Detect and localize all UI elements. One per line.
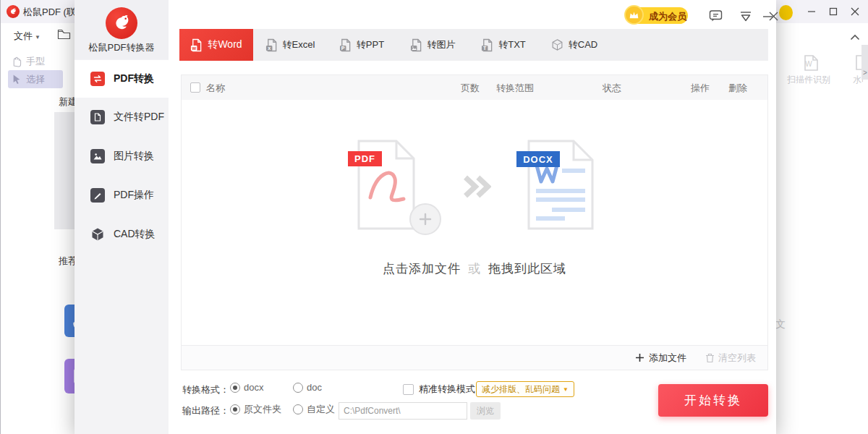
radio-custom-label: 自定义 bbox=[307, 403, 335, 416]
image-convert-icon bbox=[90, 149, 105, 163]
col-delete: 删除 bbox=[716, 82, 760, 95]
sidebar-item-file-to-pdf[interactable]: 文件转PDF bbox=[75, 98, 169, 136]
dialog-close-button[interactable] bbox=[766, 9, 780, 23]
scan-ocr-label[interactable]: 扫描件识别 bbox=[787, 74, 842, 86]
output-path-input[interactable] bbox=[339, 402, 467, 420]
sidebar-item-label: PDF操作 bbox=[114, 189, 154, 202]
radio-dot bbox=[293, 383, 303, 393]
collapse-ribbon-icon[interactable] bbox=[850, 30, 860, 43]
hint-or-text: 或 bbox=[468, 262, 481, 276]
convert-tabstrip: w 转Word x 转Excel P 转PPT 转图片 T 转TXT 转CAD bbox=[179, 29, 768, 61]
radio-source-folder[interactable]: 原文件夹 bbox=[230, 403, 281, 416]
tab-to-cad[interactable]: 转CAD bbox=[538, 29, 610, 61]
tab-to-ppt[interactable]: P 转PPT bbox=[327, 29, 396, 61]
chevron-down-icon: ▼ bbox=[35, 34, 41, 41]
docx-badge: DOCX bbox=[516, 151, 560, 167]
radio-docx[interactable]: docx bbox=[230, 382, 263, 393]
tab-to-txt[interactable]: T 转TXT bbox=[469, 29, 538, 61]
table-header: 名称 页数 转换范围 状态 操作 删除 bbox=[182, 75, 767, 100]
bg-minimize-button[interactable] bbox=[802, 3, 821, 20]
bg-member-crown-icon[interactable] bbox=[779, 5, 793, 20]
cad-convert-icon bbox=[90, 227, 105, 242]
pdf-ops-icon bbox=[90, 188, 105, 203]
col-action: 操作 bbox=[678, 82, 722, 95]
become-member-button[interactable]: 成为会员 bbox=[629, 7, 688, 24]
svg-text:x: x bbox=[268, 46, 271, 51]
sidebar-item-pdf-convert[interactable]: PDF转换 bbox=[75, 60, 169, 98]
sidebar-item-label: 文件转PDF bbox=[114, 111, 164, 124]
cube-icon bbox=[551, 38, 563, 51]
hand-tool[interactable]: 手型 bbox=[11, 55, 45, 68]
radio-custom-folder[interactable]: 自定义 bbox=[293, 403, 335, 416]
become-member-label: 成为会员 bbox=[649, 10, 686, 23]
add-file-plus-icon[interactable] bbox=[409, 203, 441, 235]
sidebar-item-cad-convert[interactable]: CAD转换 bbox=[75, 216, 169, 253]
dropzone-hint[interactable]: 点击添加文件或拖拽到此区域 bbox=[182, 260, 767, 277]
col-name: 名称 bbox=[206, 82, 225, 95]
file-menu[interactable]: 文件▼ bbox=[14, 30, 41, 43]
list-toolbar: 添加文件 清空列表 bbox=[182, 345, 767, 370]
tab-label: 转图片 bbox=[427, 38, 456, 51]
sidebar-item-label: 图片转换 bbox=[114, 150, 154, 163]
tab-to-word[interactable]: w 转Word bbox=[179, 29, 253, 61]
trash-icon bbox=[705, 353, 715, 363]
bg-close-button[interactable] bbox=[846, 3, 864, 20]
open-folder-icon[interactable] bbox=[57, 28, 71, 43]
precise-mode-checkbox[interactable]: 精准转换模式 bbox=[403, 383, 475, 396]
tab-label: 转Word bbox=[208, 38, 242, 51]
cursor-icon bbox=[12, 74, 22, 85]
tab-label: 转Excel bbox=[283, 38, 315, 51]
sidebar-item-label: CAD转换 bbox=[114, 228, 156, 241]
excel-doc-icon: x bbox=[265, 38, 278, 52]
radio-source-label: 原文件夹 bbox=[244, 403, 281, 416]
tab-to-image[interactable]: 转图片 bbox=[396, 29, 469, 61]
crown-icon bbox=[624, 5, 644, 25]
sidebar-item-image-convert[interactable]: 图片转换 bbox=[75, 137, 169, 175]
tab-to-excel[interactable]: x 转Excel bbox=[253, 29, 327, 61]
output-path-label: 输出路径： bbox=[182, 404, 229, 417]
clear-list-button[interactable]: 清空列表 bbox=[705, 352, 756, 365]
bg-partial-text: 文 bbox=[775, 318, 786, 331]
radio-dot bbox=[230, 383, 240, 393]
select-tool[interactable]: 选择 bbox=[8, 70, 63, 88]
precise-mode-label: 精准转换模式 bbox=[419, 383, 475, 396]
sidebar-item-pdf-ops[interactable]: PDF操作 bbox=[75, 176, 169, 214]
svg-text:T: T bbox=[483, 46, 487, 51]
file-list-table: 名称 页数 转换范围 状态 操作 删除 PDF DOCX 点击添加文件或拖拽到此… bbox=[181, 75, 768, 370]
ppt-doc-icon: P bbox=[339, 38, 352, 52]
arrow-right-icon bbox=[462, 174, 491, 202]
add-file-button[interactable]: 添加文件 bbox=[635, 352, 686, 365]
radio-doc-label: doc bbox=[307, 382, 322, 393]
browse-button[interactable]: 浏览 bbox=[470, 402, 501, 420]
clear-list-label: 清空列表 bbox=[718, 352, 756, 365]
bg-maximize-button[interactable] bbox=[824, 3, 843, 20]
col-status: 状态 bbox=[590, 82, 634, 95]
add-file-label: 添加文件 bbox=[649, 352, 686, 365]
tab-label: 转PPT bbox=[357, 38, 384, 51]
hint-drag-text: 拖拽到此区域 bbox=[488, 262, 566, 276]
checkbox-box[interactable] bbox=[403, 384, 414, 395]
select-all-checkbox[interactable] bbox=[190, 82, 200, 93]
chevron-down-icon: ▼ bbox=[563, 386, 569, 393]
svg-text:w: w bbox=[192, 46, 197, 51]
pdf-badge: PDF bbox=[348, 151, 382, 166]
dialog-sidebar: 松鼠PDF转换器 PDF转换 文件转PDF 图片转换 PDF操作 CAD转换 bbox=[75, 0, 169, 434]
minimize-to-tray-icon[interactable] bbox=[739, 9, 753, 23]
radio-dot bbox=[293, 404, 303, 414]
file-to-pdf-icon bbox=[90, 110, 105, 124]
hint-click-text[interactable]: 点击添加文件 bbox=[383, 262, 461, 276]
format-label: 转换格式： bbox=[182, 383, 229, 396]
feedback-icon[interactable] bbox=[708, 9, 723, 23]
converter-dialog: 松鼠PDF转换器 PDF转换 文件转PDF 图片转换 PDF操作 CAD转换 成… bbox=[75, 0, 776, 434]
start-convert-button[interactable]: 开始转换 bbox=[658, 384, 768, 417]
radio-doc[interactable]: doc bbox=[293, 382, 322, 393]
select-tool-label: 选择 bbox=[26, 73, 45, 86]
svg-text:W: W bbox=[805, 60, 812, 68]
more-arrow: > bbox=[863, 69, 867, 77]
pdf-convert-icon bbox=[90, 72, 105, 86]
squirrel-logo-icon bbox=[7, 5, 20, 18]
app-logo-icon bbox=[106, 7, 137, 39]
tab-label: 转CAD bbox=[569, 38, 597, 51]
precise-mode-dropdown[interactable]: 减少排版、乱码问题 ▼ bbox=[476, 381, 574, 397]
toolbar-scroll-strip[interactable]: > bbox=[861, 45, 868, 80]
